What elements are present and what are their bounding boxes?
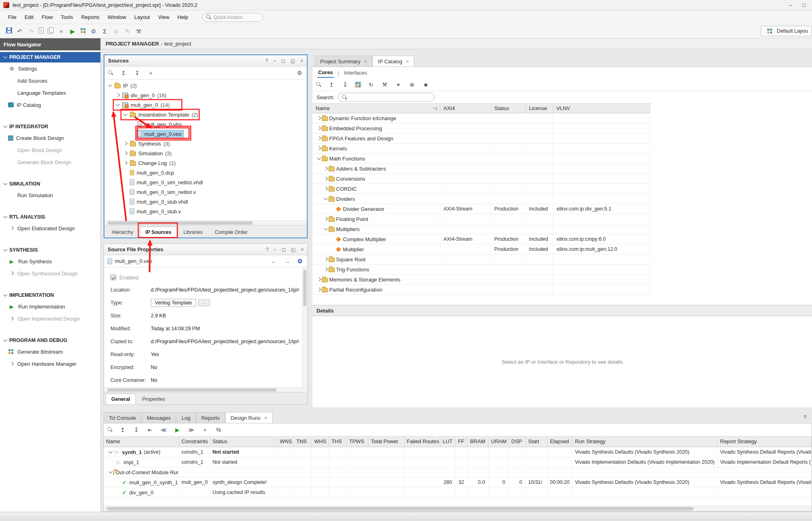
minimize-icon[interactable]: – (273, 58, 276, 64)
sources-tree-item-mult-gen-0-vho[interactable]: mult_gen_0.vho (104, 119, 307, 129)
flownav-item-language-templates[interactable]: Language Templates (0, 87, 100, 99)
column-header-elapsed[interactable]: Elapsed (548, 436, 573, 447)
quick-access-search[interactable]: Quick Access (202, 13, 263, 22)
percent-icon[interactable]: % (215, 427, 222, 433)
menu-reports[interactable]: Reports (77, 12, 104, 22)
save-icon[interactable] (6, 27, 12, 33)
properties-tab-general[interactable]: General (106, 394, 136, 404)
column-header-constraints[interactable]: Constraints (179, 436, 210, 447)
web-icon[interactable]: ⊕ (408, 82, 416, 88)
bottom-tab-design-runs[interactable]: Design Runs× (225, 412, 273, 423)
sources-tab-libraries[interactable]: Libraries (178, 227, 208, 238)
undo-icon[interactable]: ↶ (16, 28, 23, 34)
search-icon[interactable] (108, 70, 113, 75)
collapse-all-icon[interactable]: ↥ (120, 70, 127, 76)
menu-file[interactable]: File (4, 12, 21, 22)
column-header-dsp[interactable]: DSP (509, 436, 526, 447)
sources-panel-header[interactable]: Sources ?–◻◱× (104, 55, 307, 67)
run-row-out-of-context-module-runs[interactable]: Out-of-Context Module Runs (104, 467, 812, 477)
sources-tree-item-mult-gen-0-veo[interactable]: mult_gen_0.veo (104, 129, 307, 139)
bottom-tab-reports[interactable]: Reports (196, 412, 225, 423)
flownav-section-rtl-analysis[interactable]: RTL ANALYSIS (0, 212, 100, 222)
copy-icon[interactable] (48, 27, 54, 33)
settings-icon[interactable]: ⚙ (296, 258, 304, 264)
hierarchy-view-icon[interactable] (355, 82, 361, 88)
resize-icon[interactable]: ⇕ (65, 42, 73, 48)
maximize-button[interactable]: □ (802, 2, 806, 8)
close-icon[interactable]: × (406, 58, 409, 65)
properties-tab-properties[interactable]: Properties (137, 394, 171, 404)
ipcatalog-row-multiplier[interactable]: MultiplierProductionIncludedxilinx.com:i… (312, 244, 650, 254)
expand-all-icon[interactable]: ↧ (341, 82, 349, 88)
column-header-start[interactable]: Start (526, 436, 548, 447)
ipcatalog-row-embedded-processing[interactable]: Embedded Processing (312, 123, 650, 133)
wrench-icon[interactable]: ⚒ (381, 82, 388, 88)
flownav-item-run-simulation[interactable]: Run Simulation (0, 189, 100, 201)
sources-tree-item-ip[interactable]: IP(2) (104, 81, 307, 90)
flownav-item-create-block-design[interactable]: Create Block Design (0, 132, 100, 144)
minimize-icon[interactable]: – (90, 42, 97, 48)
stop-icon[interactable]: ■ (422, 82, 429, 88)
float-icon[interactable]: ◱ (291, 58, 295, 64)
help-icon[interactable]: ? (77, 42, 85, 48)
column-header-ths[interactable]: THS (329, 436, 347, 447)
add-sources-icon[interactable]: + (147, 70, 154, 76)
menu-view[interactable]: View (154, 12, 173, 22)
sources-tab-hierarchy[interactable]: Hierarchy (106, 227, 139, 238)
link-icon[interactable]: ⚭ (395, 82, 402, 88)
run-icon[interactable]: ▶ (69, 28, 76, 34)
settings-icon[interactable]: ⚙ (296, 70, 303, 76)
back-icon[interactable]: ← (271, 258, 278, 264)
flownav-item-run-synthesis[interactable]: ▶Run Synthesis (0, 255, 100, 267)
sources-tree-item-mult-gen-0-dcp[interactable]: mult_gen_0.dcp (104, 168, 307, 177)
properties-vscrollbar[interactable] (302, 267, 307, 387)
menu-edit[interactable]: Edit (21, 12, 37, 22)
help-icon[interactable]: ? (804, 414, 806, 420)
expand-all-icon[interactable]: ↧ (133, 70, 141, 76)
design-runs-hscrollbar[interactable] (104, 506, 812, 511)
sources-tree-item-instantiation-template[interactable]: Instantiation Template(2) (104, 110, 307, 119)
help-icon[interactable]: ? (266, 247, 269, 252)
search-icon[interactable] (107, 427, 112, 432)
ipcatalog-row-fpga-features-and-design[interactable]: FPGA Features and Design (312, 133, 650, 144)
play-icon[interactable]: ▶ (174, 427, 181, 433)
column-header-status[interactable]: Status (210, 436, 277, 447)
ipcatalog-row-floating-point[interactable]: Floating Point (312, 214, 650, 224)
ipcatalog-row-trig-functions[interactable]: Trig Functions (312, 265, 650, 275)
flownav-section-project-manager[interactable]: PROJECT MANAGER (0, 52, 100, 63)
add-icon[interactable]: + (201, 427, 208, 433)
flownav-section-program-and-debug[interactable]: PROGRAM AND DEBUG (0, 335, 100, 346)
column-header-failed-routes[interactable]: Failed Routes (404, 436, 440, 447)
workspace-tab-ip-catalog[interactable]: IP Catalog× (373, 56, 414, 67)
flownav-section-implementation[interactable]: IMPLEMENTATION (0, 290, 100, 300)
ipcatalog-subtab-interfaces[interactable]: Interfaces (343, 68, 368, 77)
cancel-icon[interactable]: ⊘ (112, 28, 120, 34)
sources-tree-item-synthesis[interactable]: Synthesis(3) (104, 139, 307, 148)
ipcatalog-row-multipliers[interactable]: Multipliers (312, 224, 650, 234)
flownav-item-open-synthesized-design[interactable]: Open Synthesized Design (0, 267, 100, 279)
dock-icon[interactable]: ⇥ (53, 42, 60, 48)
step-forward-icon[interactable]: ≫ (187, 427, 195, 433)
maximize-icon[interactable]: ◻ (282, 247, 286, 252)
sources-tree-item-mult-gen-0-sim-netlist-vhdl[interactable]: mult_gen_0_sim_netlist.vhdl (104, 177, 307, 187)
close-icon[interactable]: × (300, 58, 303, 64)
flownav-item-run-implementation[interactable]: ▶Run Implementation (0, 300, 100, 313)
ipcatalog-row-adders-subtracters[interactable]: Adders & Subtracters (312, 164, 650, 174)
go-to-start-icon[interactable]: ⇤ (146, 427, 154, 433)
step-back-icon[interactable]: ≪ (160, 427, 167, 433)
properties-panel-header[interactable]: Source File Properties ?–◻◱× (104, 244, 307, 255)
edit-icon[interactable]: ✎ (124, 28, 131, 34)
menu-window[interactable]: Window (104, 12, 130, 22)
ipcatalog-row-square-root[interactable]: Square Root (312, 254, 650, 265)
flownav-item-add-sources[interactable]: Add Sources (0, 75, 100, 87)
ipcatalog-row-partial-reconfiguration[interactable]: Partial Reconfiguration (312, 285, 650, 295)
bottom-tab-messages[interactable]: Messages (142, 412, 176, 423)
column-header-whs[interactable]: WHS (312, 436, 329, 447)
ipcatalog-row-dynamic-function-exchange[interactable]: Dynamic Function eXchange (312, 113, 650, 123)
redo-icon[interactable]: ↷ (27, 28, 35, 34)
delete-icon[interactable]: × (58, 28, 65, 34)
sources-tree-item-mult-gen-0-sim-netlist-v[interactable]: mult_gen_0_sim_netlist.v (104, 187, 307, 197)
sources-tree-item-mult-gen-0-stub-v[interactable]: mult_gen_0_stub.v (104, 206, 307, 216)
ipcatalog-row-conversions[interactable]: Conversions (312, 174, 650, 184)
ipcatalog-row-divider-generator[interactable]: Divider GeneratorAXI4-StreamProductionIn… (312, 204, 650, 214)
